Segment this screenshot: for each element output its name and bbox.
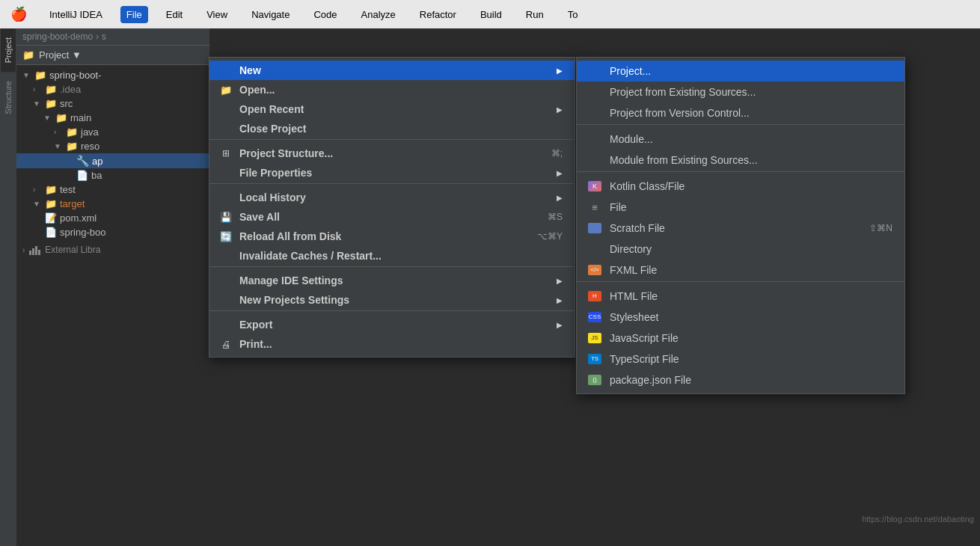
menubar-refactor[interactable]: Refactor [414,6,462,23]
menu-item-save-all[interactable]: 💾 Save All ⌘S [209,207,575,227]
submenu-item-project[interactable]: Project... [577,61,904,82]
menubar-code[interactable]: Code [307,6,343,23]
menubar-edit[interactable]: Edit [160,6,189,23]
xml-icon: 📝 [45,212,57,224]
submenu-item-html[interactable]: H HTML File [577,285,904,307]
sidebar-tab-bar: Project Structure [0,28,16,546]
file-icon: ≡ [586,200,604,214]
submenu-item-file[interactable]: ≡ File [577,197,904,218]
menu-item-open[interactable]: 📁 Open... [209,80,575,99]
sidebar-tab-structure[interactable]: Structure [1,72,16,123]
submenu-item-module-existing[interactable]: Module from Existing Sources... [577,150,904,172]
tree-label: pom.xml [60,212,97,224]
submenu-item-package-json[interactable]: {} package.json File [577,369,904,390]
menu-item-reload-disk-label: Reload All from Disk [239,230,531,242]
menu-item-open-label: Open... [239,84,563,96]
submenu-item-kotlin[interactable]: K Kotlin Class/File [577,175,904,197]
css-icon: CSS [586,310,604,324]
menubar-run[interactable]: Run [520,6,550,23]
submenu-item-project-vcs[interactable]: Project from Version Control... [577,102,904,125]
menubar-navigate[interactable]: Navigate [245,6,295,23]
project-panel-title: Project ▼ [39,49,82,61]
menu-item-reload-disk[interactable]: 🔄 Reload All from Disk ⌥⌘Y [209,227,575,246]
save-icon: 💾 [218,212,233,223]
menubar-analyze[interactable]: Analyze [355,6,402,23]
tree-label: ap [92,156,102,167]
scratch-shortcut: ⇧⌘N [869,223,892,233]
apple-menu[interactable]: 🍎 [6,6,31,22]
tree-item-spring-boo[interactable]: 📄 spring-boo [16,225,209,239]
menu-item-invalidate[interactable]: Invalidate Caches / Restart... [209,246,575,267]
chevron-icon: › [33,85,42,93]
submenu-arrow-icon: ▶ [557,321,563,329]
menu-item-export[interactable]: Export ▶ [209,314,575,334]
tree-item-root[interactable]: ▼ 📁 spring-boot- [16,68,209,82]
submenu-item-javascript[interactable]: JS JavaScript File [577,328,904,349]
menu-item-new-projects[interactable]: New Projects Settings ▶ [209,290,575,311]
menu-item-file-properties[interactable]: File Properties ▶ [209,163,575,184]
tree-label: test [60,184,76,195]
tree-item-java[interactable]: › 📁 java [16,125,209,139]
menubar-view[interactable]: View [200,6,233,23]
submenu-item-directory[interactable]: Directory [577,239,904,260]
save-all-shortcut: ⌘S [548,212,563,222]
submenu-item-module[interactable]: Module... [577,128,904,150]
project-structure-icon: ⊞ [218,148,233,159]
menubar-to[interactable]: To [562,6,584,23]
menu-item-new[interactable]: New ▶ [209,61,575,80]
file-icon: 📄 [76,170,88,181]
submenu-html-label: HTML File [610,290,892,302]
tree-item-pom[interactable]: 📝 pom.xml [16,211,209,225]
submenu-item-scratch[interactable]: Scratch File ⇧⌘N [577,218,904,239]
external-libraries[interactable]: › External Libra [16,242,209,257]
folder-icon: 📁 [66,126,78,138]
submenu-item-typescript[interactable]: TS TypeScript File [577,349,904,369]
chevron-icon: ▼ [33,200,42,208]
submenu-package-json-label: package.json File [610,374,892,386]
menubar-build[interactable]: Build [474,6,508,23]
print-icon: 🖨 [218,339,233,350]
menu-item-close-project[interactable]: Close Project [209,119,575,140]
submenu-item-project-existing[interactable]: Project from Existing Sources... [577,82,904,102]
tree-item-ba[interactable]: 📄 ba [16,168,209,182]
menu-item-manage-ide[interactable]: Manage IDE Settings ▶ [209,270,575,290]
submenu-project-vcs-label: Project from Version Control... [610,107,892,119]
submenu-arrow-icon: ▶ [557,67,563,75]
tree-item-src[interactable]: ▼ 📁 src [16,96,209,111]
submenu-project-existing-label: Project from Existing Sources... [610,86,892,98]
tree-label: src [60,98,73,109]
tree-item-target[interactable]: ▼ 📁 target [16,197,209,211]
menubar-file[interactable]: File [120,6,148,23]
menu-item-project-structure[interactable]: ⊞ Project Structure... ⌘; [209,143,575,163]
tree-item-resources[interactable]: ▼ 📁 reso [16,139,209,153]
scratch-icon [586,221,604,235]
menu-item-local-history[interactable]: Local History ▶ [209,187,575,207]
chevron-icon: ▼ [43,114,52,122]
menu-item-print[interactable]: 🖨 Print... [209,334,575,354]
folder-icon: 📁 [45,98,57,109]
menu-item-open-recent[interactable]: Open Recent ▶ [209,99,575,119]
watermark: https://blog.csdn.net/dabaoting [862,515,974,524]
submenu-item-fxml[interactable]: </> FXML File [577,260,904,282]
tree-item-test[interactable]: › 📁 test [16,182,209,197]
chevron-icon: › [54,128,63,136]
tree-item-application[interactable]: 🔧 ap [16,153,209,168]
submenu-item-stylesheet[interactable]: CSS Stylesheet [577,307,904,328]
menubar-intellij[interactable]: IntelliJ IDEA [43,6,108,23]
module-existing-icon [586,153,604,167]
breadcrumb-separator: › [96,31,99,42]
submenu-arrow-icon: ▶ [557,277,563,285]
tree-label: main [70,112,91,123]
submenu-javascript-label: JavaScript File [610,332,892,344]
folder-icon: 📁 [45,184,57,195]
project-structure-shortcut: ⌘; [551,148,563,159]
sidebar-tab-project[interactable]: Project [1,28,16,72]
menu-item-save-all-label: Save All [239,211,542,223]
tree-item-idea[interactable]: › 📁 .idea [16,82,209,96]
tree-label: spring-boot- [49,70,101,81]
window-content: Project Structure spring-boot-demo › s 📁… [0,28,980,546]
bar-chart-icon [29,245,40,255]
ext-lib-chevron: › [22,246,25,254]
project-tree: ▼ 📁 spring-boot- › 📁 .idea ▼ 📁 src [16,65,209,242]
tree-item-main[interactable]: ▼ 📁 main [16,111,209,125]
